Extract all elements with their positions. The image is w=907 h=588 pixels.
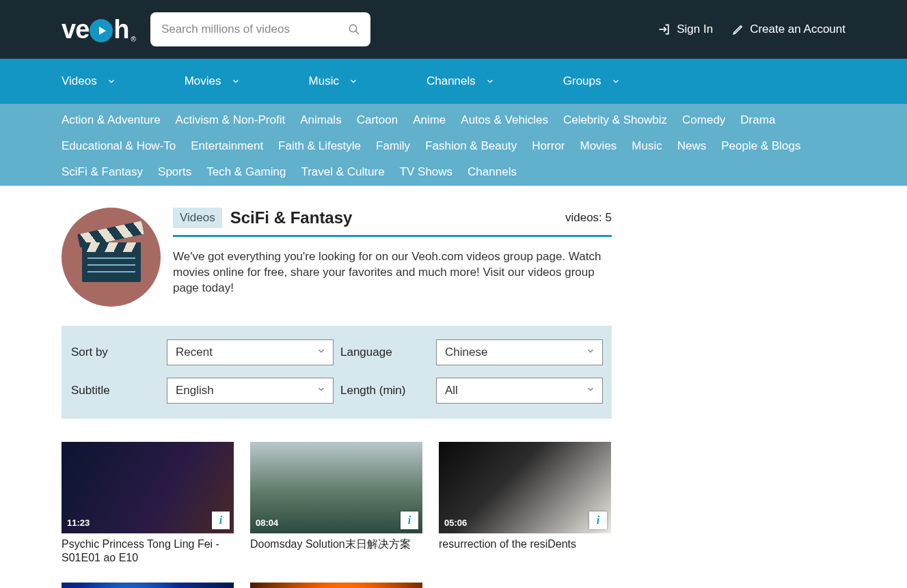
category-link[interactable]: Music — [632, 139, 662, 153]
create-account-link[interactable]: Create an Account — [732, 23, 845, 36]
category-link[interactable]: Animals — [300, 113, 341, 127]
search-wrap — [150, 12, 370, 46]
category-link[interactable]: Activism & Non-Profit — [176, 113, 286, 127]
category-link[interactable]: Travel & Culture — [301, 165, 384, 179]
chevron-down-icon — [316, 384, 326, 394]
page-main: Videos SciFi & Fantasy videos: 5 We've g… — [62, 208, 612, 588]
video-thumbnail[interactable]: 08:04i — [250, 442, 422, 533]
chevron-down-icon — [485, 76, 495, 86]
category-link[interactable]: News — [677, 139, 707, 153]
category-nav: Action & AdventureActivism & Non-ProfitA… — [0, 104, 907, 186]
video-title[interactable]: Psychic Princess Tong Ling Fei - S01E01 … — [62, 537, 234, 565]
category-link[interactable]: Channels — [468, 165, 517, 179]
video-card[interactable]: 08:04iDoomsday Solution末日解决方案 — [250, 442, 422, 565]
chevron-down-icon — [611, 76, 621, 86]
category-link[interactable]: Cartoon — [357, 113, 398, 127]
title-row: Videos SciFi & Fantasy videos: 5 — [173, 208, 612, 237]
video-card[interactable]: 11:23iPsychic Princess Tong Ling Fei - S… — [62, 442, 234, 565]
category-link[interactable]: People & Blogs — [721, 139, 800, 153]
nav-label: Videos — [62, 74, 97, 88]
top-right: Sign In Create an Account — [658, 23, 845, 36]
category-header: Videos SciFi & Fantasy videos: 5 We've g… — [62, 208, 612, 307]
nav-channels[interactable]: Channels — [427, 74, 495, 88]
chevron-down-icon — [231, 76, 241, 86]
nav-videos[interactable]: Videos — [62, 74, 116, 88]
chevron-down-icon — [586, 346, 595, 356]
svg-line-1 — [355, 31, 359, 34]
category-link[interactable]: Faith & Lifestyle — [278, 139, 361, 153]
logo[interactable]: veh ® — [62, 15, 134, 44]
sign-in-link[interactable]: Sign In — [658, 23, 713, 36]
select-value: Chinese — [445, 346, 487, 359]
search-input[interactable] — [150, 12, 370, 46]
breadcrumb-tag[interactable]: Videos — [173, 208, 222, 228]
svg-point-0 — [349, 25, 357, 32]
length-select[interactable]: All — [436, 378, 603, 404]
sort-label: Sort by — [71, 346, 160, 359]
category-link[interactable]: Tech & Gaming — [206, 165, 286, 179]
category-link[interactable]: Educational & How-To — [62, 139, 176, 153]
language-select[interactable]: Chinese — [436, 339, 603, 365]
category-link[interactable]: Anime — [413, 113, 446, 127]
chevron-down-icon — [107, 76, 116, 86]
video-grid: 11:23iPsychic Princess Tong Ling Fei - S… — [62, 442, 612, 588]
video-thumbnail[interactable] — [250, 583, 422, 588]
video-card[interactable] — [250, 583, 422, 588]
nav-label: Groups — [563, 74, 601, 88]
category-link[interactable]: Fashion & Beauty — [425, 139, 517, 153]
video-card[interactable] — [62, 583, 234, 588]
nav-label: Movies — [185, 74, 221, 88]
category-icon — [62, 208, 161, 307]
filter-bar: Sort by Recent Language Chinese Subtitle… — [62, 326, 612, 419]
category-link[interactable]: SciFi & Fantasy — [62, 165, 143, 179]
category-link[interactable]: Family — [376, 139, 410, 153]
category-link[interactable]: Horror — [532, 139, 565, 153]
sort-select[interactable]: Recent — [167, 339, 334, 365]
create-account-label: Create an Account — [750, 23, 845, 36]
clapperboard-icon — [82, 233, 141, 282]
info-icon[interactable]: i — [212, 512, 230, 529]
category-link[interactable]: Comedy — [682, 113, 725, 127]
video-duration: 11:23 — [67, 518, 90, 528]
nav-groups[interactable]: Groups — [563, 74, 621, 88]
page-title: SciFi & Fantasy — [230, 208, 353, 227]
category-link[interactable]: Movies — [580, 139, 617, 153]
select-value: English — [176, 384, 214, 397]
category-link[interactable]: Action & Adventure — [62, 113, 161, 127]
nav-music[interactable]: Music — [309, 74, 358, 88]
video-title[interactable]: Doomsday Solution末日解决方案 — [250, 537, 422, 551]
info-icon[interactable]: i — [589, 512, 607, 529]
video-thumbnail[interactable]: 11:23i — [62, 442, 234, 533]
category-link[interactable]: TV Shows — [400, 165, 452, 179]
category-link[interactable]: Sports — [158, 165, 191, 179]
search-button[interactable] — [344, 20, 364, 39]
language-label: Language — [340, 346, 429, 359]
play-icon — [90, 19, 113, 42]
category-link[interactable]: Autos & Vehicles — [461, 113, 548, 127]
chevron-down-icon — [586, 384, 595, 394]
category-link[interactable]: Drama — [740, 113, 775, 127]
video-card[interactable]: 05:06iresurrection of the resiDents — [439, 442, 611, 565]
video-title[interactable]: resurrection of the resiDents — [439, 537, 611, 551]
chevron-down-icon — [349, 76, 358, 86]
info-icon[interactable]: i — [401, 512, 418, 529]
subtitle-select[interactable]: English — [167, 378, 334, 404]
nav-movies[interactable]: Movies — [185, 74, 241, 88]
chevron-down-icon — [316, 346, 326, 356]
video-count: videos: 5 — [565, 211, 612, 225]
select-value: Recent — [176, 346, 213, 359]
main-nav: Videos Movies Music Channels Groups — [0, 59, 907, 104]
sign-in-label: Sign In — [677, 23, 713, 36]
sign-in-icon — [658, 23, 671, 36]
category-description: We've got everything you're looking for … — [173, 249, 612, 296]
video-thumbnail[interactable] — [62, 583, 234, 588]
nav-label: Channels — [427, 74, 476, 88]
category-link[interactable]: Entertainment — [191, 139, 263, 153]
page: Videos SciFi & Fantasy videos: 5 We've g… — [0, 186, 907, 588]
category-link[interactable]: Celebrity & Showbiz — [563, 113, 667, 127]
nav-label: Music — [309, 74, 339, 88]
pencil-icon — [732, 23, 744, 36]
video-thumbnail[interactable]: 05:06i — [439, 442, 611, 533]
length-label: Length (min) — [340, 384, 429, 397]
header-text: Videos SciFi & Fantasy videos: 5 We've g… — [173, 208, 612, 296]
